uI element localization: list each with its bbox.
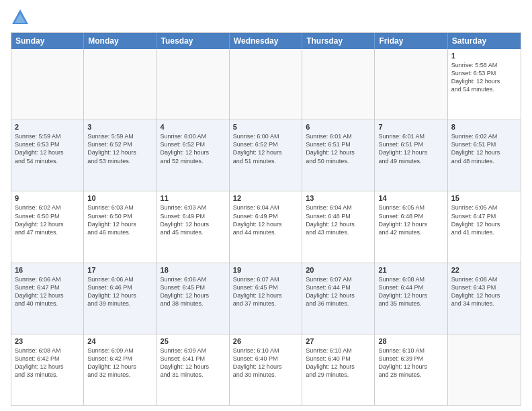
day-info: Sunrise: 6:07 AM Sunset: 6:45 PM Dayligh… [233, 275, 298, 308]
day-info: Sunrise: 6:09 AM Sunset: 6:42 PM Dayligh… [87, 347, 152, 379]
calendar-cell: 12Sunrise: 6:04 AM Sunset: 6:49 PM Dayli… [230, 191, 302, 262]
calendar-cell: 27Sunrise: 6:10 AM Sunset: 6:40 PM Dayli… [302, 334, 375, 405]
calendar-cell: 11Sunrise: 6:03 AM Sunset: 6:49 PM Dayli… [157, 191, 230, 262]
day-info: Sunrise: 6:00 AM Sunset: 6:52 PM Dayligh… [233, 132, 298, 165]
day-number: 4 [161, 123, 226, 131]
calendar-cell: 21Sunrise: 6:08 AM Sunset: 6:44 PM Dayli… [375, 263, 447, 334]
day-number: 24 [87, 337, 152, 345]
calendar-cell: 10Sunrise: 6:03 AM Sunset: 6:50 PM Dayli… [84, 191, 157, 262]
calendar-body: 1Sunrise: 5:58 AM Sunset: 6:53 PM Daylig… [11, 49, 521, 405]
calendar-cell: 22Sunrise: 6:08 AM Sunset: 6:43 PM Dayli… [448, 263, 521, 334]
calendar-cell [11, 49, 84, 120]
day-number: 5 [233, 123, 298, 131]
day-info: Sunrise: 6:00 AM Sunset: 6:52 PM Dayligh… [161, 132, 226, 165]
day-info: Sunrise: 6:05 AM Sunset: 6:47 PM Dayligh… [451, 203, 517, 236]
calendar-cell: 4Sunrise: 6:00 AM Sunset: 6:52 PM Daylig… [157, 120, 230, 191]
day-number: 6 [306, 123, 371, 131]
calendar-cell: 2Sunrise: 5:59 AM Sunset: 6:53 PM Daylig… [11, 120, 84, 191]
day-info: Sunrise: 5:59 AM Sunset: 6:52 PM Dayligh… [87, 132, 152, 165]
day-info: Sunrise: 5:58 AM Sunset: 6:53 PM Dayligh… [451, 61, 517, 94]
calendar-cell: 23Sunrise: 6:08 AM Sunset: 6:42 PM Dayli… [11, 334, 84, 405]
day-info: Sunrise: 6:04 AM Sunset: 6:49 PM Dayligh… [233, 203, 298, 236]
day-number: 17 [87, 266, 152, 274]
day-number: 13 [306, 194, 371, 202]
day-number: 28 [378, 337, 443, 345]
calendar-cell: 26Sunrise: 6:10 AM Sunset: 6:40 PM Dayli… [230, 334, 302, 405]
day-number: 14 [378, 194, 443, 202]
logo [11, 8, 32, 27]
logo-icon [11, 8, 30, 27]
day-number: 26 [233, 337, 298, 345]
day-number: 8 [451, 123, 517, 131]
calendar-cell: 9Sunrise: 6:02 AM Sunset: 6:50 PM Daylig… [11, 191, 84, 262]
calendar-cell: 6Sunrise: 6:01 AM Sunset: 6:51 PM Daylig… [302, 120, 375, 191]
day-number: 7 [378, 123, 443, 131]
day-info: Sunrise: 6:03 AM Sunset: 6:50 PM Dayligh… [87, 203, 152, 236]
day-info: Sunrise: 6:02 AM Sunset: 6:50 PM Dayligh… [15, 203, 80, 236]
day-info: Sunrise: 6:09 AM Sunset: 6:41 PM Dayligh… [161, 347, 226, 379]
calendar-cell: 24Sunrise: 6:09 AM Sunset: 6:42 PM Dayli… [84, 334, 157, 405]
day-number: 19 [233, 266, 298, 274]
page: SundayMondayTuesdayWednesdayThursdayFrid… [0, 0, 532, 411]
calendar-cell: 1Sunrise: 5:58 AM Sunset: 6:53 PM Daylig… [448, 49, 521, 120]
cal-header-cell: Saturday [448, 33, 521, 49]
calendar-row: 9Sunrise: 6:02 AM Sunset: 6:50 PM Daylig… [11, 191, 521, 262]
calendar: SundayMondayTuesdayWednesdayThursdayFrid… [11, 32, 521, 406]
calendar-cell: 19Sunrise: 6:07 AM Sunset: 6:45 PM Dayli… [230, 263, 302, 334]
calendar-header-row: SundayMondayTuesdayWednesdayThursdayFrid… [11, 33, 521, 49]
day-number: 11 [161, 194, 226, 202]
calendar-row: 16Sunrise: 6:06 AM Sunset: 6:47 PM Dayli… [11, 263, 521, 334]
calendar-cell: 16Sunrise: 6:06 AM Sunset: 6:47 PM Dayli… [11, 263, 84, 334]
calendar-cell: 17Sunrise: 6:06 AM Sunset: 6:46 PM Dayli… [84, 263, 157, 334]
calendar-cell [230, 49, 302, 120]
day-info: Sunrise: 6:10 AM Sunset: 6:39 PM Dayligh… [378, 347, 443, 379]
day-number: 22 [451, 266, 517, 274]
day-info: Sunrise: 6:03 AM Sunset: 6:49 PM Dayligh… [161, 203, 226, 236]
calendar-cell [84, 49, 157, 120]
cal-header-cell: Wednesday [230, 33, 302, 49]
day-number: 12 [233, 194, 298, 202]
calendar-cell: 13Sunrise: 6:04 AM Sunset: 6:48 PM Dayli… [302, 191, 375, 262]
calendar-row: 1Sunrise: 5:58 AM Sunset: 6:53 PM Daylig… [11, 49, 521, 120]
calendar-row: 23Sunrise: 6:08 AM Sunset: 6:42 PM Dayli… [11, 334, 521, 405]
day-info: Sunrise: 6:10 AM Sunset: 6:40 PM Dayligh… [306, 347, 371, 379]
header [11, 8, 521, 27]
day-info: Sunrise: 6:02 AM Sunset: 6:51 PM Dayligh… [451, 132, 517, 165]
calendar-cell: 15Sunrise: 6:05 AM Sunset: 6:47 PM Dayli… [448, 191, 521, 262]
cal-header-cell: Thursday [302, 33, 375, 49]
day-info: Sunrise: 6:10 AM Sunset: 6:40 PM Dayligh… [233, 347, 298, 379]
day-info: Sunrise: 6:05 AM Sunset: 6:48 PM Dayligh… [378, 203, 443, 236]
calendar-cell: 18Sunrise: 6:06 AM Sunset: 6:45 PM Dayli… [157, 263, 230, 334]
day-number: 18 [161, 266, 226, 274]
calendar-cell [302, 49, 375, 120]
day-number: 1 [451, 52, 517, 60]
day-number: 25 [161, 337, 226, 345]
calendar-cell: 3Sunrise: 5:59 AM Sunset: 6:52 PM Daylig… [84, 120, 157, 191]
calendar-cell: 14Sunrise: 6:05 AM Sunset: 6:48 PM Dayli… [375, 191, 447, 262]
calendar-cell [157, 49, 230, 120]
calendar-cell: 20Sunrise: 6:07 AM Sunset: 6:44 PM Dayli… [302, 263, 375, 334]
calendar-cell [448, 334, 521, 405]
day-info: Sunrise: 6:04 AM Sunset: 6:48 PM Dayligh… [306, 203, 371, 236]
day-number: 27 [306, 337, 371, 345]
calendar-cell: 7Sunrise: 6:01 AM Sunset: 6:51 PM Daylig… [375, 120, 447, 191]
day-info: Sunrise: 6:06 AM Sunset: 6:45 PM Dayligh… [161, 275, 226, 308]
day-number: 2 [15, 123, 80, 131]
cal-header-cell: Friday [375, 33, 447, 49]
calendar-cell: 8Sunrise: 6:02 AM Sunset: 6:51 PM Daylig… [448, 120, 521, 191]
cal-header-cell: Monday [84, 33, 157, 49]
day-info: Sunrise: 6:06 AM Sunset: 6:47 PM Dayligh… [15, 275, 80, 308]
day-number: 23 [15, 337, 80, 345]
day-info: Sunrise: 5:59 AM Sunset: 6:53 PM Dayligh… [15, 132, 80, 165]
calendar-row: 2Sunrise: 5:59 AM Sunset: 6:53 PM Daylig… [11, 120, 521, 191]
calendar-cell [375, 49, 447, 120]
day-number: 9 [15, 194, 80, 202]
day-number: 10 [87, 194, 152, 202]
cal-header-cell: Sunday [11, 33, 84, 49]
day-number: 15 [451, 194, 517, 202]
day-info: Sunrise: 6:08 AM Sunset: 6:42 PM Dayligh… [15, 347, 80, 379]
day-number: 20 [306, 266, 371, 274]
day-number: 16 [15, 266, 80, 274]
cal-header-cell: Tuesday [157, 33, 230, 49]
calendar-cell: 25Sunrise: 6:09 AM Sunset: 6:41 PM Dayli… [157, 334, 230, 405]
